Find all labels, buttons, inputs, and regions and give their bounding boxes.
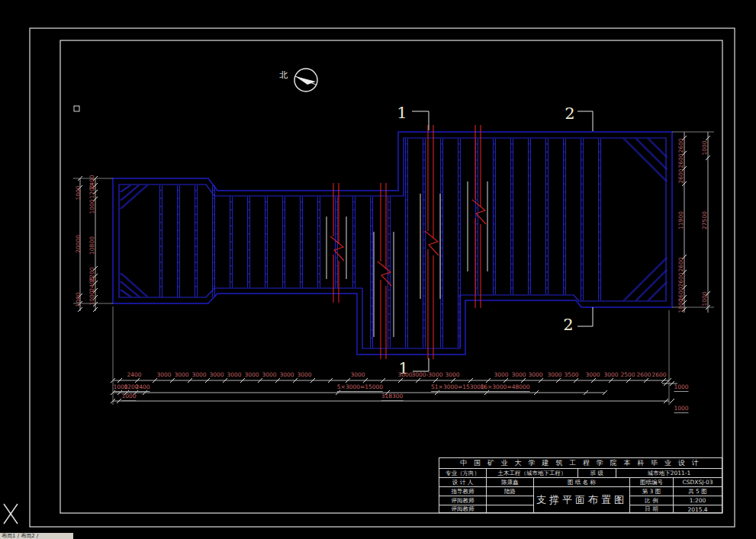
dim-label: 3000 — [445, 372, 459, 378]
corner-brace — [623, 139, 666, 181]
dim-label: 2600 — [678, 272, 684, 287]
corner-brace — [120, 290, 130, 297]
dim-label: 3000 — [350, 372, 365, 378]
dim-label: 2400 — [89, 277, 95, 291]
dim-label: 5×3000=15000 — [337, 384, 383, 392]
cad-viewport: 北 1212 240030003000300030003000300030003… — [0, 0, 756, 539]
dim-label: 3000 — [156, 372, 171, 378]
tb-reviewer2-value — [486, 505, 533, 513]
title-block: 中 国 矿 业 大 学 建 筑 工 程 学 院 本 科 毕 业 设 计 专业（方… — [439, 457, 722, 513]
dim-label: 2400 — [127, 372, 141, 378]
dim-label: 11900 — [678, 211, 684, 229]
corner-brace — [121, 185, 131, 192]
dim-label: 1000 — [678, 298, 684, 313]
dim-label: 2400 — [135, 384, 150, 392]
dim-label: 3000 — [227, 372, 241, 378]
dim-label: 1000 — [121, 393, 136, 401]
corner-brace — [649, 139, 668, 157]
corner-brace — [649, 282, 668, 300]
tb-drawing-name: 支撑平面布置图 — [533, 486, 629, 513]
tb-date-value: 2015.4 — [673, 505, 722, 513]
dim-label: 3000-3000 — [412, 372, 443, 378]
tb-number-value: CSDXSJ-03 — [673, 477, 722, 486]
section-marker-top-2: 2 — [565, 104, 574, 123]
dim-label: 20000 — [76, 235, 82, 253]
dim-label: 2600 — [636, 372, 651, 378]
dim-label: 3000 — [511, 372, 526, 378]
dim-label: 1000 — [76, 292, 82, 306]
tb-sheetno-value: 共 5 图 — [673, 486, 722, 496]
tb-class-value: 城市地下2011-1 — [616, 468, 722, 477]
dim-label: 1000 — [89, 199, 95, 213]
dim-label: 2500 — [620, 372, 635, 378]
corner-brace — [120, 185, 130, 192]
dim-label: 2600 — [678, 153, 684, 168]
title-block-header: 中 国 矿 业 大 学 建 筑 工 程 学 院 本 科 毕 业 设 计 — [439, 458, 722, 468]
dim-label: 1000 — [674, 406, 688, 413]
dim-label: 2600 — [651, 372, 666, 378]
north-arrow-icon — [294, 69, 317, 91]
corner-brace — [121, 185, 140, 201]
viewport-grip-square — [74, 106, 79, 111]
tb-major-label: 专业（方向） — [439, 468, 486, 477]
corner-brace — [625, 258, 668, 300]
layout-tabs[interactable]: 布局1 / 布局2 / — [0, 533, 73, 539]
dim-label: 1000 — [702, 291, 708, 306]
dim-label: 27500 — [702, 211, 708, 229]
dim-label: 3000 — [585, 372, 600, 378]
dim-label: 3000 — [297, 372, 311, 378]
section-marker-bottom-2: 2 — [563, 316, 573, 334]
dim-label: 3000 — [262, 372, 276, 378]
pit-inner-wall — [119, 138, 666, 348]
dim-label: 1000 — [674, 384, 688, 392]
dim-label: 51×3000=153000 — [431, 384, 484, 392]
tb-reviewer2-label: 评阅教师 — [439, 505, 486, 513]
section-marker-top-1: 1 — [397, 104, 407, 122]
corner-brace — [625, 139, 668, 181]
dim-label: 3500 — [564, 372, 578, 378]
tb-advisor-label: 指导教师 — [439, 486, 486, 496]
tb-sheetno-label: 第 3 图 — [629, 486, 673, 496]
tb-class-label: 班 级 — [577, 468, 616, 477]
dim-label: 1200 — [89, 184, 95, 198]
corner-brace — [648, 139, 666, 157]
corner-brace — [121, 290, 131, 297]
tb-scale-value: 1:200 — [673, 496, 722, 505]
dim-label: 3000 — [244, 372, 259, 378]
dim-label: 3000 — [397, 372, 412, 378]
ucs-icon — [4, 504, 18, 524]
dim-label: 1000 — [89, 290, 95, 305]
corner-brace — [623, 258, 666, 300]
dim-label: 16×3000=48000 — [480, 384, 529, 392]
tb-advisor-value: 陆路 — [486, 486, 533, 496]
dim-tick — [670, 399, 674, 403]
tb-reviewer1-value — [486, 496, 533, 505]
generated-geometry — [73, 125, 714, 405]
corner-brace — [648, 282, 666, 300]
dim-label: 2600 — [678, 138, 684, 152]
tb-reviewer1-label: 评阅教师 — [439, 496, 486, 505]
tb-number-label: 图纸编号 — [629, 477, 673, 486]
tb-date-label: 日 期 — [629, 505, 673, 513]
dim-label: 3000 — [547, 372, 561, 378]
corner-brace — [120, 281, 138, 297]
tb-major-value: 土木工程（城市地下工程） — [486, 468, 577, 477]
dim-label: 318300 — [381, 393, 404, 401]
dim-label: 3000 — [191, 372, 206, 378]
dim-label: 3000 — [603, 372, 618, 378]
corner-brace — [121, 281, 140, 297]
corner-brace — [120, 185, 138, 201]
section-break-symbol — [472, 200, 486, 224]
dim-label: 10800 — [89, 236, 95, 255]
dim-label: 3000 — [279, 372, 294, 378]
dim-label: 1000 — [76, 185, 82, 200]
sheet-outer-frame — [30, 28, 735, 527]
dim-label: 2600 — [678, 168, 684, 183]
pit-outer-wall — [113, 132, 672, 355]
tb-drawingname-label: 图 纸 名 称 — [533, 477, 629, 486]
dim-label: 1000 — [702, 140, 708, 155]
section-break-symbol — [425, 231, 439, 255]
tb-designer-label: 设 计 人 — [439, 477, 486, 486]
north-label: 北 — [280, 69, 288, 81]
tb-scale-label: 比 例 — [629, 496, 673, 505]
